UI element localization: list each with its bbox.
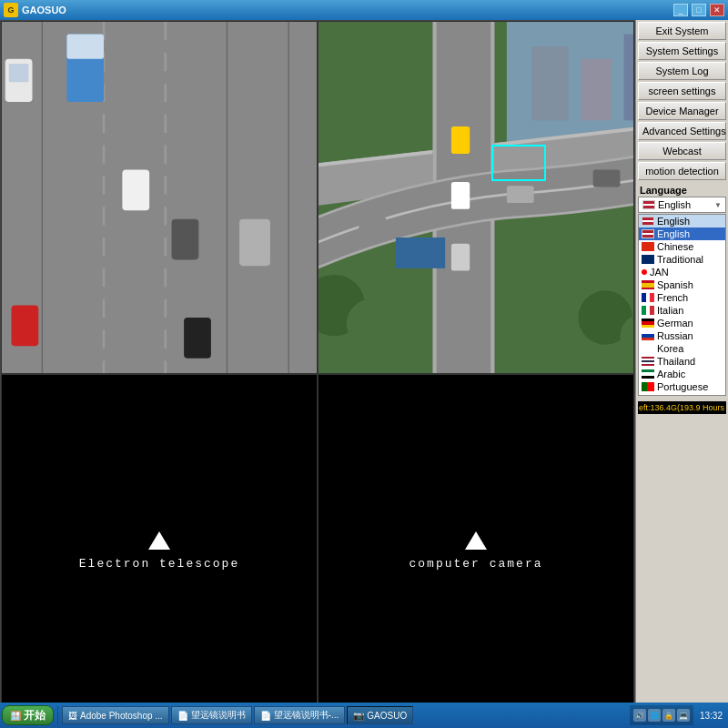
language-item[interactable]: Korea (639, 342, 725, 355)
flag-icon (642, 306, 654, 315)
window-title: GAOSUO (22, 5, 670, 15)
flag-icon (642, 242, 654, 251)
flag-icon (642, 217, 654, 226)
language-item[interactable]: German (639, 317, 725, 329)
screen-settings-button[interactable]: screen settings (638, 82, 726, 100)
tray-icon-3: 🔒 (662, 709, 675, 722)
svg-rect-36 (507, 186, 534, 203)
maximize-button[interactable]: □ (692, 4, 706, 16)
flag-icon (642, 280, 654, 289)
language-name: German (657, 318, 693, 329)
selected-language-text: English (658, 199, 691, 210)
svg-rect-32 (451, 126, 470, 154)
language-name: Russian (657, 330, 693, 341)
taskbar-items: 🖼Adobe Photoshop ...📄望远镜说明书📄望远镜说明书-...📷G… (62, 706, 413, 724)
selected-flag (642, 200, 655, 209)
webcast-button[interactable]: Webcast (638, 142, 726, 160)
flag-icon (642, 357, 654, 366)
camera-top-left[interactable] (1, 21, 318, 374)
language-item[interactable]: Chinese (639, 240, 725, 253)
language-name: Italian (657, 305, 683, 316)
language-name: JAN (650, 267, 669, 278)
language-item[interactable]: English (639, 228, 725, 240)
svg-rect-38 (531, 46, 569, 120)
svg-rect-12 (66, 35, 104, 59)
language-name: Portuguese (657, 381, 708, 392)
svg-rect-1 (2, 22, 317, 373)
arrow-icon (148, 531, 170, 550)
main-area: Electron telescope computer camera Exit … (0, 20, 728, 728)
svg-rect-33 (451, 182, 470, 209)
taskbar-app-item[interactable]: 📷GAOSUO (347, 706, 413, 724)
svg-point-28 (347, 299, 396, 349)
language-name: Chinese (657, 241, 693, 252)
language-item[interactable]: Italian (639, 304, 725, 317)
svg-rect-14 (172, 219, 199, 260)
language-name: Korea (657, 343, 683, 354)
svg-rect-16 (184, 318, 211, 359)
svg-rect-40 (624, 35, 633, 121)
advanced-settings-button[interactable]: Advanced Settings (638, 122, 726, 140)
taskbar-separator (57, 706, 58, 724)
language-item[interactable]: French (639, 291, 725, 304)
language-name: English (657, 216, 690, 227)
svg-rect-39 (581, 59, 612, 121)
minimize-button[interactable]: _ (673, 4, 688, 16)
flag-icon (642, 255, 654, 264)
tray-icon-1: 🔊 (633, 709, 646, 722)
taskbar-app-item[interactable]: 🖼Adobe Photoshop ... (62, 706, 169, 724)
language-dropdown[interactable]: English (638, 197, 726, 213)
language-item[interactable]: Spanish (639, 278, 725, 291)
bottom-left-label: Electron telescope (79, 557, 239, 571)
system-log-button[interactable]: System Log (638, 62, 726, 80)
language-item[interactable]: Russian (639, 329, 725, 342)
language-name: Malay (657, 394, 683, 396)
taskbar-app-item[interactable]: 📄望远镜说明书-... (254, 706, 346, 724)
tray-icon-2: 🌐 (648, 709, 661, 722)
camera-bottom-right: computer camera (318, 374, 634, 727)
device-manager-button[interactable]: Device Manager (638, 102, 726, 120)
exit-system-button[interactable]: Exit System (638, 22, 726, 40)
svg-rect-10 (9, 64, 29, 82)
language-item[interactable]: Arabic (639, 368, 725, 380)
titlebar: G GAOSUO _ □ ✕ (0, 0, 728, 20)
language-item[interactable]: Traditional (639, 253, 725, 266)
svg-rect-13 (122, 170, 149, 211)
language-item[interactable]: Malay (639, 393, 725, 396)
bottom-right-label: computer camera (409, 557, 542, 571)
language-section: Language English EnglishEnglishChineseTr… (638, 184, 726, 396)
svg-rect-35 (359, 217, 386, 234)
language-item[interactable]: JAN (639, 266, 725, 278)
taskbar-right: 🔊 🌐 🔒 💻 13:32 (630, 705, 726, 725)
svg-rect-34 (451, 244, 470, 271)
taskbar: 🪟 开始 🖼Adobe Photoshop ...📄望远镜说明书📄望远镜说明书-… (0, 703, 728, 728)
svg-rect-37 (593, 170, 621, 187)
language-name: Thailand (657, 356, 695, 367)
flag-icon (642, 293, 654, 302)
camera-grid: Electron telescope computer camera (0, 20, 635, 728)
taskbar-app-item[interactable]: 📄望远镜说明书 (171, 706, 252, 724)
tray-icon-4: 💻 (677, 709, 690, 722)
arrow-icon (465, 531, 487, 550)
language-name: French (657, 292, 688, 303)
close-button[interactable]: ✕ (710, 4, 724, 16)
clock: 13:32 (696, 711, 726, 721)
motion-detection-button[interactable]: motion detection (638, 162, 726, 180)
svg-rect-15 (11, 306, 38, 347)
language-label: Language (638, 184, 726, 197)
svg-rect-31 (396, 238, 445, 268)
language-name: Spanish (657, 279, 693, 290)
language-name: Arabic (657, 369, 685, 379)
camera-top-right[interactable] (318, 21, 634, 374)
language-item[interactable]: English (639, 215, 725, 228)
system-settings-button[interactable]: System Settings (638, 42, 726, 60)
language-list[interactable]: EnglishEnglishChineseTraditionalJANSpani… (638, 214, 726, 396)
flag-icon (642, 318, 654, 328)
start-button[interactable]: 🪟 开始 (2, 705, 54, 725)
camera-bottom-left: Electron telescope (1, 374, 318, 727)
language-item[interactable]: Portuguese (639, 380, 725, 393)
language-item[interactable]: Thailand (639, 355, 725, 368)
flag-icon (642, 331, 654, 340)
app-icon: G (4, 3, 18, 17)
language-name: Traditional (657, 254, 703, 265)
